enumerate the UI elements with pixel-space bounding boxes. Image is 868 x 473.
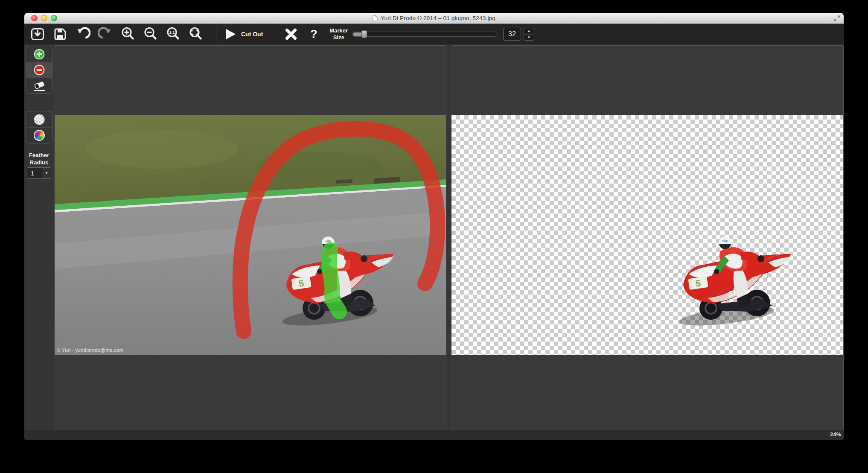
tool-sidebar: Feather Radius 1 ▼ (24, 44, 54, 440)
redo-button[interactable] (96, 25, 115, 43)
chevron-down-icon[interactable]: ▼ (42, 168, 51, 178)
document-proxy-icon (373, 15, 378, 21)
zoom-actual-glyph: 1:1 (169, 30, 175, 35)
feather-radius-select[interactable]: 1 ▼ (27, 167, 51, 179)
source-photo-canvas[interactable]: © Yuri - yuridiprodo@me.com (55, 115, 446, 355)
stepper-down-button[interactable]: ▼ (524, 35, 534, 41)
eraser-icon (32, 79, 47, 93)
zoom-fit-icon (188, 26, 204, 42)
zoom-button[interactable] (51, 15, 57, 21)
cut-out-button[interactable]: Cut Out (221, 25, 265, 43)
zoom-out-icon (143, 26, 158, 42)
help-glyph: ? (310, 28, 317, 40)
zoom-out-button[interactable] (141, 25, 160, 43)
checkerboard-icon (34, 114, 45, 125)
background-color-tool[interactable] (26, 127, 52, 143)
marker-size-input[interactable] (503, 28, 521, 41)
feather-radius-value: 1 (27, 168, 42, 178)
zoom-actual-icon: 1:1 (166, 26, 181, 42)
save-button[interactable] (50, 25, 70, 43)
zoom-level-indicator: 24% (830, 431, 841, 438)
x-clear-icon (284, 27, 298, 41)
clear-markers-button[interactable] (281, 25, 301, 43)
color-wheel-icon (34, 130, 45, 141)
redo-icon (98, 26, 113, 42)
minimize-button[interactable] (41, 15, 47, 21)
undo-icon (75, 26, 90, 42)
zoom-in-icon (120, 26, 136, 42)
help-button[interactable]: ? (304, 25, 323, 43)
marker-tool-group (26, 46, 52, 94)
result-image-pane (451, 45, 844, 440)
stepper-up-button[interactable]: ▲ (524, 28, 534, 35)
app-window: Yuri Di Prodo © 2014 – 01 giugno, 5243.j… (24, 13, 844, 440)
import-icon (30, 26, 45, 42)
close-button[interactable] (31, 15, 38, 21)
background-tool-group (26, 111, 52, 143)
remove-marker-tool[interactable] (26, 62, 52, 78)
window-title: Yuri Di Prodo © 2014 – 01 giugno, 5243.j… (381, 15, 495, 21)
undo-button[interactable] (73, 25, 93, 43)
toolbar-separator (216, 25, 216, 43)
fullscreen-icon[interactable] (833, 15, 840, 22)
slider-handle[interactable] (361, 30, 367, 38)
copyright-watermark: © Yuri - yuridiprodo@me.com (57, 347, 123, 353)
marker-size-label: Marker Size (329, 27, 348, 41)
transparent-background-tool[interactable] (26, 111, 52, 127)
source-image-pane: © Yuri - yuridiprodo@me.com (54, 45, 446, 440)
zoom-in-button[interactable] (118, 25, 138, 43)
marker-size-slider[interactable] (352, 32, 497, 37)
keep-marker-tool[interactable] (26, 46, 52, 62)
green-plus-icon (34, 49, 45, 60)
play-icon (224, 27, 237, 41)
eraser-tool[interactable] (26, 78, 52, 93)
import-image-button[interactable] (28, 25, 47, 43)
title-bar[interactable]: Yuri Di Prodo © 2014 – 01 giugno, 5243.j… (24, 13, 844, 24)
toolbar: 1:1 Cut Out ? Marker S (24, 24, 844, 44)
cut-out-label: Cut Out (241, 31, 263, 38)
toolbar-separator (276, 25, 276, 43)
cutout-result-canvas (451, 115, 843, 355)
status-bar: 24% (24, 430, 844, 440)
zoom-actual-size-button[interactable]: 1:1 (163, 25, 183, 43)
feather-radius-label: Feather Radius (24, 152, 54, 166)
red-minus-icon (34, 64, 45, 76)
zoom-fit-button[interactable] (186, 25, 206, 43)
save-icon (52, 26, 68, 42)
marker-size-stepper: ▲ ▼ (524, 28, 534, 41)
